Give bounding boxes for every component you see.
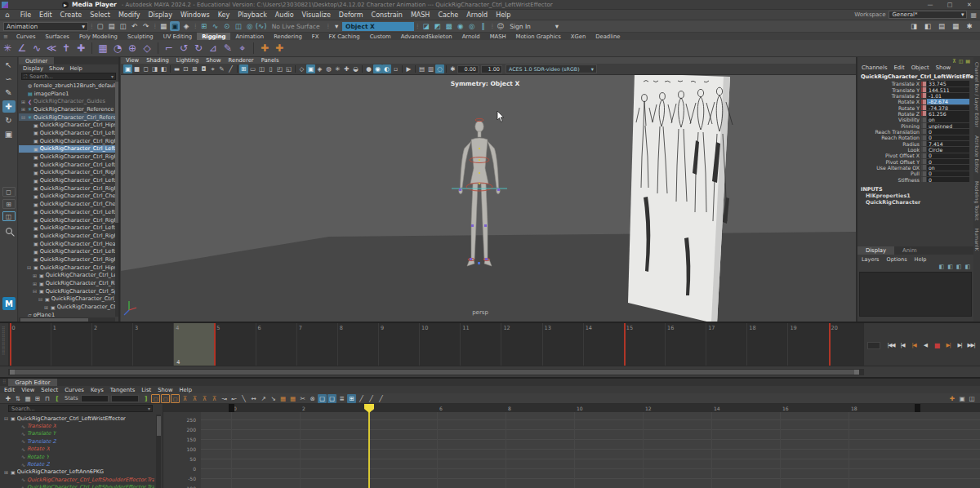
side-tab-modeling-toolkit[interactable]: Modeling Toolkit (974, 181, 980, 220)
ge-tool-icon-r9[interactable]: ╲ (239, 394, 248, 403)
viewport-tool-icon-3[interactable]: ◨ (150, 64, 159, 73)
menu-modify[interactable]: Modify (114, 11, 145, 19)
step-forward-key-button[interactable]: ▶| (942, 342, 954, 349)
ge-tool-icon-r16[interactable]: ⊗ (308, 394, 317, 403)
viewport-menu-panels[interactable]: Panels (261, 57, 279, 64)
layer-list-empty[interactable] (859, 272, 972, 317)
menu-visualize[interactable]: Visualize (298, 11, 335, 19)
side-tab-attribute-editor[interactable]: Attribute Editor (974, 135, 980, 173)
channel-row-pivot-offset-x[interactable]: Pivot Offset X0 (858, 153, 973, 158)
exposure-field[interactable]: 0.00 (457, 65, 479, 73)
outliner-search-input[interactable] (27, 73, 111, 80)
outliner-item-quickrigcharacter-ctrl-leftfooteffector[interactable]: ▣QuickRigCharacter_Ctrl_LeftFootEffector (19, 208, 115, 216)
ge-tool-icon-r11[interactable]: ↗ (259, 394, 268, 403)
ge-channel-translate-z[interactable]: ∿Translate Z (0, 437, 154, 445)
viewport-tool-icon-19[interactable]: ◱ (284, 64, 293, 73)
expand-toggle-icon[interactable]: ⊟ (26, 264, 32, 270)
ge-tool-icon-r5[interactable]: ⊼ (200, 394, 209, 403)
toggle-channel-box-icon[interactable]: ✱ (964, 21, 974, 31)
outliner-item-quickrigcharacter-reference[interactable]: ⊞✳QuickRigCharacter_Reference (19, 105, 115, 113)
viewport-tool-icon-30[interactable]: ◉ (373, 64, 382, 73)
keyframe-tick[interactable] (624, 323, 626, 367)
channel-row-look[interactable]: LookCircle (858, 147, 973, 153)
edit-attribute-icon[interactable]: ✚ (272, 41, 287, 55)
graph-editor-menu-curves[interactable]: Curves (65, 387, 84, 393)
menu-file[interactable]: File (16, 11, 35, 19)
ge-tool-icon-r13[interactable]: ▦ (278, 394, 287, 403)
symmetry-object-field[interactable]: Object X (342, 22, 414, 31)
display-rgb-icon[interactable]: ◉ (456, 21, 466, 31)
channel-row-reach-translation[interactable]: Reach Translation0 (858, 129, 973, 135)
channel-row-stiffness[interactable]: Stiffness0 (858, 177, 973, 183)
outliner-item-quickrigcharacter-ctrl-leftshouldereffector[interactable]: ▣QuickRigCharacter_Ctrl_LeftShoulderEffe… (19, 224, 115, 232)
graph-editor-title[interactable]: Graph Editor (8, 379, 56, 386)
lock-icon[interactable]: ◫ (959, 58, 964, 64)
shelf-tab-advancedskeleton[interactable]: AdvancedSkeleton (396, 33, 457, 40)
channel-box-menu-object[interactable]: Object (911, 64, 929, 71)
playback-range-handle[interactable] (229, 404, 234, 412)
expand-toggle-icon[interactable]: ⊞ (20, 106, 26, 112)
channel-row-rotate-z[interactable]: Rotate Z61.256 (858, 111, 973, 117)
channel-value-field[interactable]: 0 (927, 135, 969, 141)
ik-handle-icon[interactable]: ∠ (15, 41, 29, 55)
snap-grid-icon[interactable]: ⊞ (199, 21, 209, 31)
layer-display-icon-0[interactable]: ◧ (939, 264, 945, 270)
bind-skin-icon[interactable]: ▦ (96, 41, 110, 55)
shelf-tab-arnold[interactable]: Arnold (457, 33, 485, 40)
sign-in-button[interactable]: Sign In (510, 23, 531, 30)
ge-tool-icon-r8[interactable]: ↜ (229, 394, 238, 403)
snap-view-icon[interactable]: ◎ (245, 21, 255, 31)
outliner-item-quickrigcharacter-ctrl-leftankleeffector[interactable]: ▣QuickRigCharacter_Ctrl_LeftAnkleEffecto… (19, 129, 115, 137)
graph-editor-menu-help[interactable]: Help (180, 387, 193, 393)
outliner-item-pplane1[interactable]: ▱pPlane1 (19, 311, 115, 317)
ge-channel-quickrigcharacter-ctrl-leftshouldereffector-translate-x[interactable]: ∿QuickRigCharacter_Ctrl_LeftShoulderEffe… (0, 476, 154, 483)
side-tab-channel-box-layer-editor[interactable]: Channel Box / Layer Editor (974, 62, 980, 127)
channel-row-radius[interactable]: Radius7.414 (858, 140, 973, 146)
ge-tool-icon-r12[interactable]: ↘ (269, 394, 278, 403)
ge-tool-icon-r23[interactable]: ╱ (376, 394, 385, 403)
channel-value-field[interactable]: 144.511 (927, 87, 969, 93)
channel-value-field[interactable]: 33.745 (927, 81, 969, 87)
playback-range-handle[interactable] (915, 404, 920, 412)
ge-tool-icon-r17[interactable]: ▢ (318, 394, 327, 403)
ge-tool-icon-r21[interactable]: ╱ (357, 394, 366, 403)
graph-editor-menu-show[interactable]: Show (158, 387, 172, 393)
viewport-tool-icon-4[interactable]: ◧ (159, 64, 168, 73)
outliner-item-quickrigcharacter-ctrl-reference[interactable]: ⊟✳QuickRigCharacter_Ctrl_Reference (19, 113, 115, 122)
ge-tool-icon-r7[interactable]: ↝ (220, 394, 229, 403)
channel-row-reach-rotation[interactable]: Reach Rotation0 (858, 135, 973, 140)
snap-plane-icon[interactable]: ◫ (234, 21, 243, 31)
viewport-tool-icon-15[interactable]: ▭ (248, 64, 257, 73)
time-slider-grip[interactable]: ⠿⠿⠿⠿⠿⠿⠿ (2, 326, 7, 364)
menu-mash[interactable]: MASH (407, 11, 434, 19)
channel-row-use-alternate-ox[interactable]: Use Alternate OXon (858, 165, 973, 171)
menu-select[interactable]: Select (86, 11, 114, 19)
outliner-item-quickrigcharacter-ctrl-leftelboweffector[interactable]: ▣QuickRigCharacter_Ctrl_LeftElbowEffecto… (19, 176, 115, 184)
ge-tool-icon-r15[interactable]: ✂ (298, 394, 307, 403)
ge-tool-icon-r10[interactable]: ↔ (249, 394, 258, 403)
parent-constraint-icon[interactable]: ⌐ (162, 41, 176, 55)
shelf-tab-motion-graphics[interactable]: Motion Graphics (511, 33, 566, 40)
outliner-menu-display[interactable]: Display (23, 65, 43, 72)
menu-arnold[interactable]: Arnold (462, 11, 492, 19)
stats-value-field[interactable] (111, 395, 139, 402)
snap-curve-icon[interactable]: ∿ (211, 21, 220, 31)
rotate-tool[interactable]: ↻ (2, 114, 16, 126)
save-scene-icon[interactable]: ◫ (118, 21, 128, 31)
channel-row-rotate-x[interactable]: Rotate X-82.674 (858, 99, 973, 104)
toolbar-separator[interactable]: ⁞ (154, 23, 156, 30)
ge-channel-rotate-x[interactable]: ∿Rotate X (0, 446, 154, 453)
outliner-item-imageplane1[interactable]: ▤imagePlane1 (19, 90, 115, 98)
viewport-menu-lighting[interactable]: Lighting (176, 57, 198, 64)
viewport-tool-icon-31[interactable]: ◐ (382, 64, 391, 73)
time-axis-ruler[interactable]: 024681012141618 (163, 404, 980, 412)
layout-outliner-persp[interactable]: ◫ (2, 211, 16, 221)
ge-tool-icon-l4[interactable]: ⊓ (43, 394, 52, 403)
channel-row-pinning[interactable]: Pinningunpinned (858, 122, 973, 128)
step-back-frame-button[interactable]: |◀ (897, 342, 908, 349)
skeleton-icon[interactable]: ✝ (59, 41, 74, 55)
channel-value-field[interactable]: on (927, 165, 969, 171)
layer-tab-display[interactable]: Display (858, 246, 894, 255)
expand-toggle-icon[interactable]: ⊞ (43, 304, 49, 310)
go-to-end-button[interactable]: ▶▶| (965, 342, 977, 349)
